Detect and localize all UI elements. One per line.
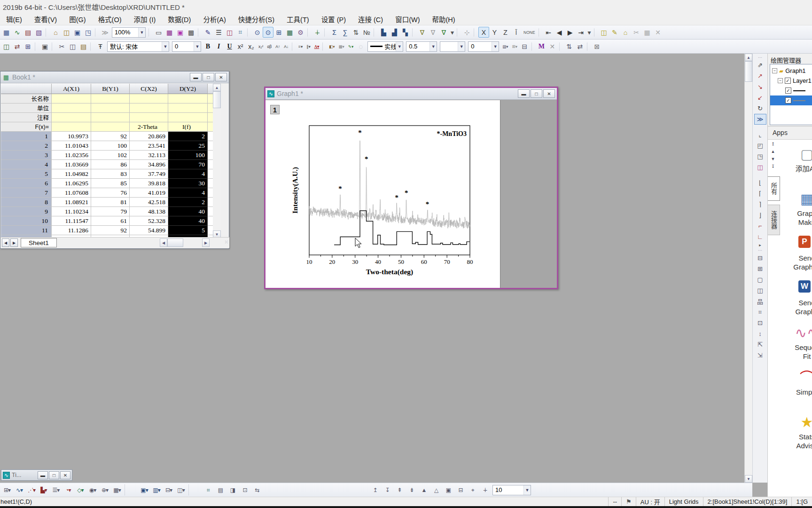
tree-item-graph1[interactable]: − ▰ Graph1	[770, 66, 812, 76]
next-record[interactable]: ▶	[565, 27, 576, 38]
cell-b[interactable]: 81	[91, 198, 130, 207]
cell-a[interactable]: 11.06295	[52, 179, 91, 188]
close-button[interactable]: ✕	[60, 471, 70, 479]
screen-reader[interactable]: ⊹	[461, 27, 472, 38]
open-template[interactable]: ◫	[61, 27, 72, 38]
minimize-button[interactable]: ▬	[190, 73, 202, 81]
cell[interactable]	[52, 113, 91, 122]
cell-b[interactable]: 83	[91, 169, 130, 179]
zoom-tool[interactable]: ⊙	[263, 27, 273, 38]
scroll-up-icon[interactable]: ▲	[213, 84, 221, 91]
scroll-up-icon[interactable]: ▲	[745, 54, 752, 61]
column-header-d[interactable]: D(Y2)	[168, 84, 208, 94]
toolbar-button[interactable]	[754, 125, 766, 129]
line-border-color[interactable]: ✎▾	[346, 41, 355, 52]
database-access[interactable]: ◫	[599, 27, 609, 38]
toolbar-button[interactable]	[35, 42, 38, 51]
send-to-powerpoint[interactable]: ▣	[175, 27, 186, 38]
menu-item[interactable]: 添加 (I)	[128, 13, 162, 25]
axis-style-2[interactable]: ⌈	[754, 188, 766, 199]
toolbar-button[interactable]	[307, 28, 311, 37]
enlarge-axes[interactable]: ↗	[754, 71, 766, 81]
preview-import[interactable]: ✂	[631, 27, 642, 38]
menu-item[interactable]: 数据(D)	[162, 13, 197, 25]
scrollbar-thumb[interactable]	[745, 61, 752, 82]
close-button[interactable]: ✕	[215, 73, 227, 81]
sql-editor[interactable]: ✎	[609, 27, 620, 38]
data-filter[interactable]: ∇	[417, 27, 428, 38]
menu-item[interactable]: 分析(A)	[197, 13, 232, 25]
code-builder[interactable]: ▦	[284, 27, 295, 38]
cell-d-selected[interactable]: 30	[168, 179, 208, 188]
cell-a[interactable]: 11.01043	[52, 141, 91, 151]
row-header[interactable]: 5	[1, 169, 52, 179]
cell-d-selected[interactable]: 40	[168, 216, 208, 226]
tree-item-plot-1[interactable]: ✓	[770, 86, 812, 95]
menu-item[interactable]: 连接 (C)	[352, 13, 389, 25]
column-header-a[interactable]: A(X1)	[52, 84, 91, 94]
down-icon[interactable]: ▼	[771, 157, 775, 161]
options[interactable]: ⚙	[295, 27, 306, 38]
cell-c[interactable]: 52.328	[130, 216, 168, 226]
sheet-tab[interactable]: Sheet1	[21, 238, 57, 247]
previous-record[interactable]: ◀	[554, 27, 565, 38]
cell-b[interactable]: 102	[91, 151, 130, 160]
vertical-align[interactable]: ∥▾	[304, 41, 312, 52]
new-matrix[interactable]: ▤	[23, 27, 33, 38]
cell-c[interactable]: 32.113	[130, 151, 168, 160]
digitizer[interactable]: ✎	[203, 27, 213, 38]
multi-panel-plot[interactable]: ☰▾	[50, 484, 62, 495]
cell[interactable]	[168, 103, 208, 113]
cell-c[interactable]: 23.541	[130, 141, 168, 151]
mask-data[interactable]: M	[536, 41, 547, 52]
cut[interactable]: ✂	[56, 41, 67, 52]
database-import[interactable]: ⌂	[620, 27, 631, 38]
greek-symbols[interactable]: αβ	[265, 41, 273, 52]
duplicate-with-data[interactable]: ▣	[39, 41, 50, 52]
cell-c[interactable]: 37.749	[130, 169, 168, 179]
new-notes[interactable]: ▧	[33, 27, 44, 38]
menu-item[interactable]: 格式(O)	[92, 13, 128, 25]
disable-filter[interactable]: ∇	[428, 27, 438, 38]
unmask-data[interactable]: ✕	[547, 41, 558, 52]
cell[interactable]	[52, 122, 91, 132]
cell-d-selected[interactable]: 2	[168, 132, 208, 141]
bubble-plot[interactable]: ◉▾	[86, 484, 99, 495]
cell-d-selected[interactable]: 4	[168, 169, 208, 179]
toolbar-grip[interactable]: ⋯	[754, 55, 766, 60]
maximize-button[interactable]: □	[203, 73, 214, 81]
tab-scroll-left-icon[interactable]: ◀	[2, 238, 9, 247]
row-header[interactable]: 2	[1, 141, 52, 151]
axis-style-6[interactable]: ∟	[754, 231, 766, 242]
cell-b[interactable]: 79	[91, 207, 130, 216]
set-as-y[interactable]: Y	[489, 27, 500, 38]
cell-c[interactable]: 20.869	[130, 132, 168, 141]
reapply-filter[interactable]: ∇	[438, 27, 449, 38]
worksheet-hscrollbar[interactable]: ◀ ▶	[160, 238, 210, 247]
print[interactable]: ▭	[153, 27, 164, 38]
xrd-plot[interactable]: 1020304050607080Two-theta(deg)Intensity(…	[265, 100, 500, 288]
template-library[interactable]: ⊞▾	[1, 484, 13, 495]
last-icon[interactable]: ↧	[771, 164, 775, 169]
first-record[interactable]: ⇤	[543, 27, 554, 38]
make-movie[interactable]: ▩	[186, 27, 196, 38]
app-send-graphs-to-powerpoint[interactable]: → P Send Graphs t	[781, 231, 812, 276]
collapse-icon[interactable]: −	[778, 78, 783, 83]
chevron-down-icon[interactable]: ▼	[162, 42, 169, 51]
zoom-axes[interactable]: ↙	[754, 92, 766, 103]
super-subscript[interactable]: x₂²	[257, 41, 265, 52]
menu-item[interactable]: 帮助(H)	[426, 13, 461, 25]
resize-grip[interactable]: ⁙	[225, 239, 228, 245]
line-style-combo[interactable]: 实线 ▼	[367, 41, 403, 52]
extract-to-graphs[interactable]: ⊡	[754, 318, 766, 328]
cell-c[interactable]: 48.138	[130, 207, 168, 216]
cell-d-selected[interactable]: 25	[168, 141, 208, 151]
insert-worksheet[interactable]: ▥▾	[150, 484, 163, 495]
row-header[interactable]: 11	[1, 226, 52, 235]
line-width-combo[interactable]: 0.5 ▼	[406, 41, 437, 52]
font-family-combo[interactable]: 默认: 宋体 ▼	[107, 41, 169, 52]
app-send-graphs-to-word[interactable]: → W Send Graphs	[781, 276, 812, 320]
swap-layers[interactable]: ⇆	[251, 484, 263, 495]
toolbar-button[interactable]	[148, 28, 152, 37]
workbook-titlebar[interactable]: ▦ Book1 * ▬ □ ✕	[0, 71, 229, 83]
